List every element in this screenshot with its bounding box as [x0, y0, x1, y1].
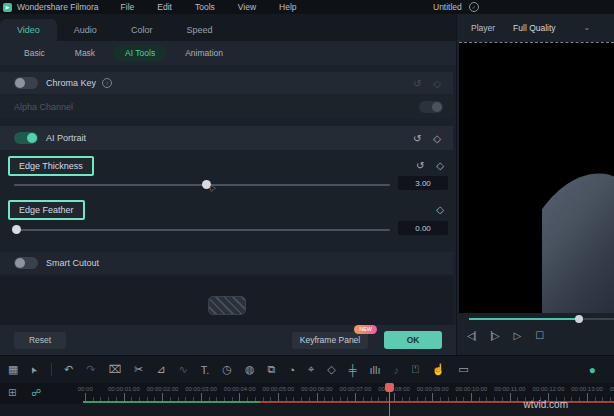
ruler-timecode: 00:00: [66, 386, 105, 392]
text-icon[interactable]: T.: [201, 364, 210, 376]
next-frame-button[interactable]: |▷: [490, 330, 498, 341]
playhead[interactable]: [385, 383, 394, 416]
video-preview[interactable]: [459, 42, 614, 313]
edge-thickness-label: Edge Thickness: [8, 156, 94, 176]
edge-feather-slider-handle[interactable]: [12, 225, 21, 234]
keyframe-diamond-icon[interactable]: ◇: [436, 160, 444, 171]
edge-feather-slider[interactable]: [14, 224, 390, 236]
reset-icon[interactable]: ↺: [413, 78, 421, 89]
panel-resize-handle[interactable]: [208, 296, 246, 315]
ruler-timecode: 00:00:06:00: [298, 386, 337, 392]
menu-view[interactable]: View: [238, 2, 256, 12]
ok-button[interactable]: OK: [384, 331, 442, 349]
ai-portrait-toggle[interactable]: [14, 132, 38, 144]
ruler-timecode: 00:00:01:00: [105, 386, 144, 392]
subtab-mask[interactable]: Mask: [63, 45, 107, 61]
subject-shoulder: [542, 166, 614, 313]
plugin-icon[interactable]: ▭: [458, 363, 468, 376]
chroma-key-toggle[interactable]: [14, 77, 38, 89]
main-toolbar: ▦➤ ↶↷⌧✂⊿∿T.◷◍⧉◔⌖◇╪ıllı♪⍞☝▭ ●: [0, 355, 614, 383]
color-icon[interactable]: ◍: [245, 363, 255, 376]
reset-icon[interactable]: ↺: [416, 160, 424, 171]
edge-thickness-slider[interactable]: ➤: [14, 179, 390, 191]
edge-feather-value[interactable]: 0.00: [398, 221, 448, 235]
speed-ramp-icon[interactable]: ∿: [179, 363, 188, 376]
speech-to-text-icon[interactable]: ⍞: [412, 363, 419, 376]
timeline[interactable]: ⊞ ☍ 00:0000:00:01:0000:00:02:0000:00:03:…: [0, 383, 614, 416]
tab-audio[interactable]: Audio: [57, 19, 114, 41]
alpha-channel-label: Alpha Channel: [14, 102, 73, 112]
ruler-timecode: 00:00:05:00: [259, 386, 298, 392]
playback-controls: ◁||▷▷☐: [467, 330, 543, 341]
record-icon[interactable]: ●: [589, 363, 596, 377]
alpha-channel-toggle[interactable]: [419, 101, 443, 113]
speed-icon[interactable]: ◷: [222, 363, 232, 376]
subtab-animation[interactable]: Animation: [173, 45, 235, 61]
timeline-ruler[interactable]: 00:0000:00:01:0000:00:02:0000:00:03:0000…: [66, 386, 614, 392]
media-library-icon[interactable]: ▦: [8, 363, 18, 376]
add-track-icon[interactable]: ⊞: [8, 387, 16, 398]
player-title: Player: [471, 23, 495, 33]
playback-progress[interactable]: [469, 315, 614, 323]
crop-icon[interactable]: ⊿: [156, 363, 165, 376]
timeline-tracks-area[interactable]: [0, 404, 614, 416]
reset-icon[interactable]: ↺: [413, 133, 421, 144]
smart-cutout-toggle[interactable]: [14, 257, 38, 269]
play-button[interactable]: ▷: [514, 330, 521, 341]
undo-icon[interactable]: ↶: [64, 363, 73, 376]
keyframe-panel-label: Keyframe Panel: [300, 335, 360, 345]
audio-wave-icon[interactable]: ıllı: [370, 364, 381, 376]
quality-dropdown[interactable]: Full Quality ⌄: [513, 23, 590, 33]
stopwatch-icon[interactable]: ◔: [288, 364, 295, 376]
tab-color[interactable]: Color: [114, 19, 170, 41]
player-header: Player Full Quality ⌄: [457, 14, 614, 41]
ruler-timecode: 00:00:12:00: [529, 386, 568, 392]
panel-tabs: Video Audio Color Speed: [0, 14, 456, 41]
playback-progress-handle[interactable]: [575, 315, 583, 323]
menu-edit[interactable]: Edit: [157, 2, 172, 12]
keyframe-diamond-icon[interactable]: ◇: [433, 78, 441, 89]
tab-speed[interactable]: Speed: [169, 19, 229, 41]
menu-file[interactable]: File: [121, 2, 135, 12]
chroma-key-row: Chroma Key i ↺ ◇: [0, 72, 453, 94]
music-note-icon[interactable]: ♪: [394, 364, 400, 376]
keyframe-diamond-icon[interactable]: ◇: [436, 204, 444, 215]
panel-empty-area: [0, 276, 453, 325]
previous-frame-button[interactable]: ◁|: [467, 330, 475, 341]
timeline-rendered-segment: [83, 401, 260, 403]
app-logo-icon: ▶: [3, 3, 12, 12]
info-icon[interactable]: i: [102, 78, 112, 88]
menu-tools[interactable]: Tools: [195, 2, 215, 12]
alpha-channel-row: Alpha Channel: [0, 96, 453, 118]
properties-panel: Video Audio Color Speed Basic Mask AI To…: [0, 14, 456, 355]
menu-help[interactable]: Help: [279, 2, 296, 12]
keyframe-icon[interactable]: ◇: [327, 363, 335, 376]
playhead-line: [389, 391, 391, 416]
link-clips-icon[interactable]: ☍: [31, 387, 41, 398]
edge-thickness-value[interactable]: 3.00: [398, 176, 448, 190]
subject-silhouette: [542, 161, 614, 313]
subtab-ai-tools[interactable]: AI Tools: [113, 45, 167, 61]
ruler-timecode: 00:00:13:00: [568, 386, 607, 392]
subtab-basic[interactable]: Basic: [12, 45, 57, 61]
stop-button[interactable]: ☐: [535, 330, 543, 341]
quality-value: Full Quality: [513, 23, 556, 33]
split-icon[interactable]: ✂: [134, 363, 143, 376]
green-screen-icon[interactable]: ⧉: [268, 363, 276, 376]
gesture-icon[interactable]: ☝: [432, 363, 446, 376]
redo-icon[interactable]: ↷: [86, 363, 95, 376]
keyframe-panel-button[interactable]: Keyframe Panel NEW: [292, 332, 368, 349]
delete-icon[interactable]: ⌧: [108, 363, 121, 376]
tab-video[interactable]: Video: [0, 19, 57, 41]
reset-button[interactable]: Reset: [14, 332, 66, 349]
watermark: wtvid.com: [524, 399, 568, 410]
ruler-timecode: 00:00:08:00: [375, 386, 414, 392]
adjust-icon[interactable]: ╪: [349, 364, 357, 376]
toolbar-divider: [51, 363, 52, 376]
toolbar-left-group: ▦➤: [8, 363, 39, 376]
select-tool-icon[interactable]: ➤: [28, 363, 43, 376]
save-status-icon: ✓: [469, 2, 479, 12]
ruler-timecode: 00:00:02:00: [143, 386, 182, 392]
motion-track-icon[interactable]: ⌖: [308, 363, 314, 376]
keyframe-diamond-icon[interactable]: ◇: [433, 133, 441, 144]
